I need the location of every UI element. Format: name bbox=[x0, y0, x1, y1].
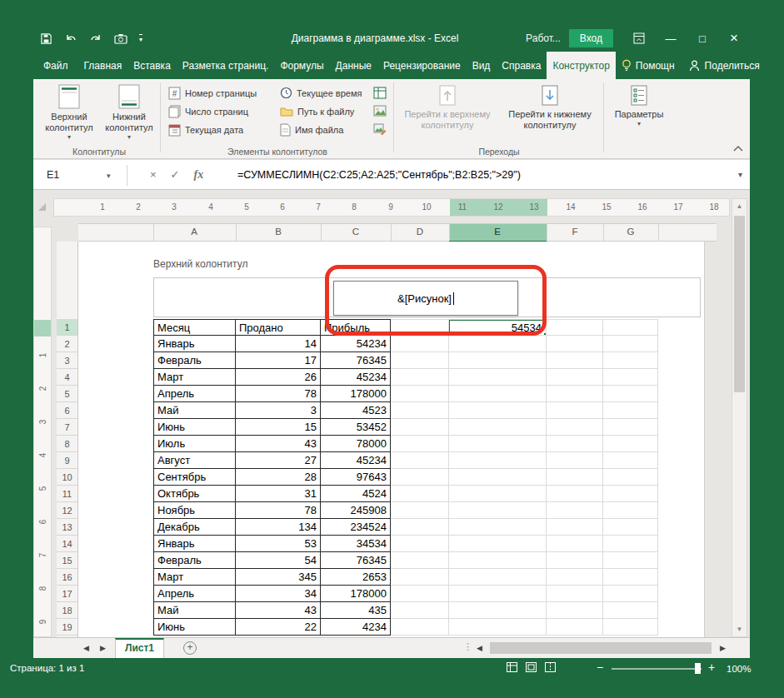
row-header-4[interactable]: 4 bbox=[57, 369, 77, 386]
zoom-slider-track[interactable] bbox=[612, 668, 702, 670]
row-header-17[interactable]: 17 bbox=[57, 586, 77, 602]
sheet-tab-list1[interactable]: Лист1 bbox=[115, 638, 164, 658]
cell[interactable]: Август bbox=[153, 452, 236, 469]
cell[interactable] bbox=[449, 336, 547, 352]
cell[interactable] bbox=[603, 352, 658, 369]
column-divider[interactable] bbox=[547, 224, 547, 241]
cell[interactable] bbox=[603, 402, 658, 419]
minimize-button[interactable]: — bbox=[655, 25, 687, 52]
cell[interactable]: 22 bbox=[236, 619, 321, 636]
cell[interactable] bbox=[391, 402, 449, 419]
column-divider[interactable] bbox=[236, 224, 237, 241]
cell[interactable]: 15 bbox=[236, 419, 321, 436]
cell[interactable] bbox=[603, 336, 658, 352]
cell[interactable] bbox=[449, 569, 547, 586]
zoom-out-button[interactable]: − bbox=[597, 661, 603, 674]
column-divider[interactable] bbox=[658, 224, 659, 241]
picture-button[interactable] bbox=[372, 102, 388, 119]
cell[interactable]: 4524 bbox=[321, 486, 391, 502]
hscroll-left-icon[interactable]: ◀ bbox=[477, 644, 482, 652]
hscroll-right-icon[interactable]: ▶ bbox=[720, 644, 726, 652]
cell[interactable] bbox=[449, 352, 547, 369]
cell[interactable] bbox=[603, 552, 658, 569]
cell-G1[interactable] bbox=[603, 319, 658, 336]
cell[interactable] bbox=[391, 486, 449, 502]
cell[interactable]: 43 bbox=[236, 602, 321, 619]
cell[interactable] bbox=[547, 352, 603, 369]
cell[interactable] bbox=[449, 619, 547, 636]
cell[interactable]: 54234 bbox=[321, 336, 391, 352]
cell[interactable] bbox=[603, 486, 658, 502]
cell[interactable]: Ноябрь bbox=[153, 502, 236, 519]
cell[interactable]: 27 bbox=[236, 452, 321, 469]
column-header-D[interactable]: D bbox=[412, 227, 428, 237]
cell[interactable]: 43 bbox=[236, 436, 321, 452]
cell[interactable]: Май bbox=[153, 402, 236, 419]
format-picture-button[interactable] bbox=[372, 121, 388, 137]
row-header-10[interactable]: 10 bbox=[57, 469, 77, 486]
row-header-1[interactable]: 1 bbox=[57, 319, 77, 336]
cell[interactable] bbox=[449, 602, 547, 619]
page-break-view-icon[interactable] bbox=[545, 662, 556, 672]
cell[interactable] bbox=[391, 419, 449, 436]
expand-formula-bar-icon[interactable]: ▾ bbox=[738, 160, 742, 190]
cell[interactable]: Июль bbox=[153, 436, 236, 452]
save-icon[interactable] bbox=[40, 32, 52, 45]
cell[interactable]: Июнь bbox=[153, 419, 236, 436]
row-header-19[interactable]: 19 bbox=[57, 619, 77, 636]
cell[interactable] bbox=[449, 486, 547, 502]
cell[interactable] bbox=[449, 369, 547, 386]
cell[interactable]: Апрель bbox=[153, 386, 236, 402]
cell[interactable] bbox=[603, 602, 658, 619]
cell[interactable] bbox=[603, 519, 658, 536]
cell[interactable] bbox=[391, 569, 449, 586]
header-center-section[interactable]: &[Рисунок] bbox=[333, 281, 518, 316]
column-header-A[interactable]: A bbox=[186, 227, 202, 237]
cell[interactable] bbox=[449, 436, 547, 452]
cell[interactable]: 134 bbox=[236, 519, 321, 536]
zoom-slider-thumb[interactable] bbox=[695, 663, 701, 674]
cell[interactable] bbox=[391, 536, 449, 552]
cell[interactable] bbox=[547, 436, 603, 452]
cell[interactable] bbox=[547, 619, 603, 636]
name-box-dropdown-icon[interactable]: ▾ bbox=[107, 172, 111, 180]
cell[interactable]: 26 bbox=[236, 369, 321, 386]
page-count-button[interactable]: Число страниц bbox=[168, 102, 248, 120]
cell[interactable] bbox=[603, 502, 658, 519]
tab-home[interactable]: Главная bbox=[78, 52, 128, 79]
cell[interactable] bbox=[449, 402, 547, 419]
formula-input[interactable]: =СУММЕСЛИМН(C2:C25;A2:A25;"Сентябрь";B2:… bbox=[237, 160, 725, 190]
row-header-13[interactable]: 13 bbox=[57, 519, 77, 536]
tab-view[interactable]: Вид bbox=[467, 52, 497, 79]
cell[interactable]: Июнь bbox=[153, 619, 236, 636]
column-header-G[interactable]: G bbox=[622, 227, 639, 237]
cell[interactable] bbox=[603, 569, 658, 586]
cell[interactable]: Сентябрь bbox=[153, 469, 236, 486]
cell[interactable]: Март bbox=[153, 369, 236, 386]
scroll-up-icon[interactable]: ▲ bbox=[732, 202, 747, 210]
cell[interactable]: Февраль bbox=[153, 352, 236, 369]
cell[interactable] bbox=[391, 386, 449, 402]
enter-icon[interactable]: ✓ bbox=[171, 168, 180, 181]
cell[interactable]: 178000 bbox=[321, 586, 391, 602]
cell[interactable]: 4234 bbox=[321, 619, 391, 636]
footer-button[interactable]: Нижний колонтитул ▾ bbox=[100, 82, 158, 144]
row-header-9[interactable]: 9 bbox=[57, 452, 77, 469]
column-divider[interactable] bbox=[153, 224, 154, 241]
zoom-in-button[interactable]: + bbox=[708, 661, 715, 674]
tab-help[interactable]: Справка bbox=[496, 52, 547, 79]
row-header-7[interactable]: 7 bbox=[57, 419, 77, 436]
undo-icon[interactable] bbox=[64, 32, 77, 44]
zoom-level[interactable]: 100% bbox=[727, 664, 751, 674]
cell[interactable] bbox=[391, 369, 449, 386]
cell[interactable] bbox=[449, 519, 547, 536]
cell[interactable] bbox=[391, 502, 449, 519]
cell[interactable]: 78 bbox=[236, 502, 321, 519]
cell[interactable] bbox=[603, 436, 658, 452]
column-divider[interactable] bbox=[391, 224, 392, 241]
cell[interactable]: Апрель bbox=[153, 586, 236, 602]
row-header-3[interactable]: 3 bbox=[57, 352, 77, 369]
normal-view-icon[interactable] bbox=[507, 662, 517, 672]
current-time-button[interactable]: Текущее время bbox=[280, 84, 362, 102]
fill-handle[interactable] bbox=[543, 332, 547, 336]
